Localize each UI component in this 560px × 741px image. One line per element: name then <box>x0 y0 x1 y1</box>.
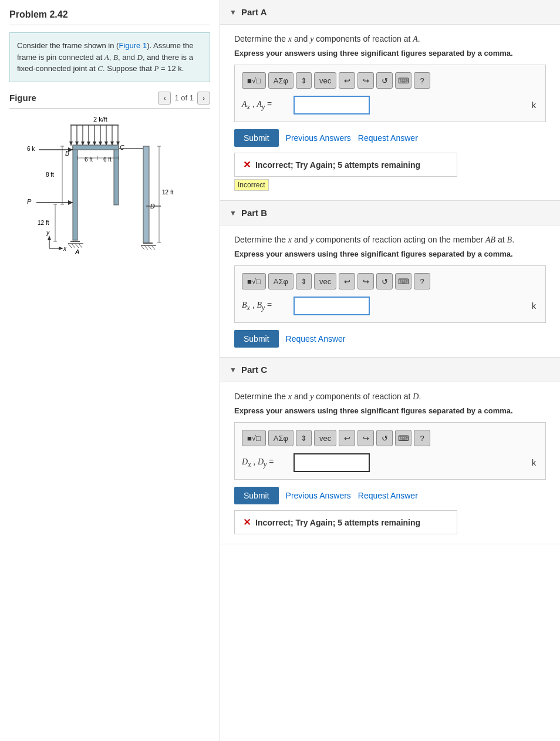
svg-text:12 ft: 12 ft <box>38 220 49 226</box>
part-b-help-button[interactable]: ? <box>414 273 430 289</box>
diagram-svg: 2 k/ft <box>9 113 197 272</box>
svg-rect-26 <box>143 146 149 243</box>
part-c-arrows-button[interactable]: ⇕ <box>296 430 312 446</box>
part-c-section: ▼ Part C Determine the x and y component… <box>220 358 560 544</box>
part-c-prev-answers-link[interactable]: Previous Answers <box>286 491 351 500</box>
part-c-radical-button[interactable]: ■√□ <box>242 430 266 446</box>
part-c-feedback-text: Incorrect; Try Again; 5 attempts remaini… <box>255 518 420 527</box>
part-a-prev-answers-link[interactable]: Previous Answers <box>286 133 351 143</box>
part-a-arrows-button[interactable]: ⇕ <box>296 72 312 89</box>
svg-line-30 <box>144 245 148 250</box>
part-a-collapse-icon: ▼ <box>230 8 237 16</box>
part-b-input-row: Bx , By = k <box>242 297 538 315</box>
part-a-keyboard-button[interactable]: ⌨ <box>395 72 411 89</box>
part-b-submit-button[interactable]: Submit <box>234 330 279 348</box>
part-c-undo-button[interactable]: ↩ <box>339 430 355 446</box>
part-c-action-row: Submit Previous Answers Request Answer <box>234 487 546 504</box>
part-c-submit-button[interactable]: Submit <box>234 487 279 504</box>
svg-text:12 ft: 12 ft <box>162 189 174 196</box>
part-c-keyboard-button[interactable]: ⌨ <box>395 430 411 446</box>
svg-text:A: A <box>75 248 79 255</box>
part-a-section: ▼ Part A Determine the x and y component… <box>220 0 560 201</box>
part-c-title: Part C <box>241 365 267 375</box>
part-c-request-answer-link[interactable]: Request Answer <box>358 491 418 500</box>
part-c-input[interactable] <box>294 453 370 472</box>
svg-line-36 <box>72 244 75 248</box>
part-b-arrows-button[interactable]: ⇕ <box>296 273 312 289</box>
figure-nav-text: 1 of 1 <box>174 93 194 102</box>
figure-link[interactable]: Figure 1 <box>119 41 147 50</box>
part-b-redo-button[interactable]: ↪ <box>357 273 374 289</box>
part-c-instruction: Express your answers using three signifi… <box>234 406 546 415</box>
part-b-title: Part B <box>241 208 267 218</box>
svg-line-32 <box>151 245 155 250</box>
part-c-vec-button[interactable]: vec <box>314 430 336 446</box>
svg-text:8 ft: 8 ft <box>46 171 54 178</box>
part-c-help-button[interactable]: ? <box>414 430 430 446</box>
part-a-redo-button[interactable]: ↪ <box>357 72 374 89</box>
part-a-incorrect-tooltip: Incorrect <box>234 179 269 191</box>
part-b-collapse-icon: ▼ <box>230 209 237 217</box>
part-a-input[interactable] <box>294 96 370 114</box>
svg-marker-65 <box>68 200 73 205</box>
figure-title: Figure <box>9 93 36 103</box>
part-a-input-row: Ax , Ay = k <box>242 96 538 114</box>
part-a-request-answer-link[interactable]: Request Answer <box>358 133 418 143</box>
part-a-action-row: Submit Previous Answers Request Answer <box>234 129 546 147</box>
figure-prev-button[interactable]: ‹ <box>158 92 171 105</box>
part-a-feedback-box: ✕ Incorrect; Try Again; 5 attempts remai… <box>234 153 457 177</box>
part-a-greek-button[interactable]: ΑΣφ <box>268 72 294 89</box>
part-b-input[interactable] <box>294 297 370 315</box>
part-a-undo-button[interactable]: ↩ <box>339 72 355 89</box>
part-c-greek-button[interactable]: ΑΣφ <box>268 430 294 446</box>
svg-text:y: y <box>46 230 50 236</box>
svg-text:6 ft: 6 ft <box>103 156 112 163</box>
part-a-answer-box: ■√□ ΑΣφ ⇕ vec ↩ ↪ ↺ ⌨ ? Ax , Ay = <box>234 65 546 122</box>
svg-marker-2 <box>69 142 73 146</box>
part-c-header[interactable]: ▼ Part C <box>220 358 560 382</box>
svg-rect-20 <box>73 146 77 240</box>
part-c-redo-button[interactable]: ↪ <box>357 430 374 446</box>
part-b-refresh-button[interactable]: ↺ <box>376 273 393 289</box>
part-b-instruction: Express your answers using three signifi… <box>234 250 546 258</box>
part-a-title: Part A <box>241 7 267 17</box>
svg-marker-62 <box>68 147 73 152</box>
svg-text:6 k: 6 k <box>27 146 35 152</box>
part-b-undo-button[interactable]: ↩ <box>339 273 355 289</box>
part-a-help-button[interactable]: ? <box>414 72 430 89</box>
part-c-refresh-button[interactable]: ↺ <box>376 430 393 446</box>
part-b-toolbar: ■√□ ΑΣφ ⇕ vec ↩ ↪ ↺ ⌨ ? <box>242 273 538 289</box>
svg-text:P: P <box>27 198 32 205</box>
part-c-content: Determine the x and y components of reac… <box>220 382 560 544</box>
part-b-vec-button[interactable]: vec <box>314 273 336 289</box>
part-b-keyboard-button[interactable]: ⌨ <box>395 273 411 289</box>
part-a-toolbar: ■√□ ΑΣφ ⇕ vec ↩ ↪ ↺ ⌨ ? <box>242 72 538 89</box>
part-a-content: Determine the x and y components of reac… <box>220 25 560 200</box>
part-b-content: Determine the x and y components of reac… <box>220 225 560 357</box>
part-a-header[interactable]: ▼ Part A <box>220 0 560 25</box>
figure-next-button[interactable]: › <box>197 92 210 105</box>
part-a-feedback-text: Incorrect; Try Again; 5 attempts remaini… <box>255 160 420 170</box>
part-b-section: ▼ Part B Determine the x and y component… <box>220 201 560 358</box>
svg-text:6 ft: 6 ft <box>85 156 93 163</box>
part-b-request-answer-link[interactable]: Request Answer <box>286 334 346 343</box>
svg-marker-70 <box>59 247 63 250</box>
part-c-input-row: Dx , Dy = k <box>242 453 538 472</box>
part-b-answer-box: ■√□ ΑΣφ ⇕ vec ↩ ↪ ↺ ⌨ ? Bx , By = <box>234 265 546 323</box>
figure-canvas: 2 k/ft <box>9 113 210 278</box>
part-a-vec-button[interactable]: vec <box>314 72 336 89</box>
part-b-question: Determine the x and y components of reac… <box>234 235 546 245</box>
part-b-greek-button[interactable]: ΑΣφ <box>268 273 294 289</box>
problem-description: Consider the frame shown in (Figure 1). … <box>9 32 210 82</box>
part-c-question: Determine the x and y components of reac… <box>234 392 546 402</box>
part-c-toolbar: ■√□ ΑΣφ ⇕ vec ↩ ↪ ↺ ⌨ ? <box>242 430 538 446</box>
part-a-radical-button[interactable]: ■√□ <box>242 72 266 89</box>
svg-line-29 <box>141 245 144 250</box>
part-a-submit-button[interactable]: Submit <box>234 129 279 147</box>
part-b-radical-button[interactable]: ■√□ <box>242 273 266 289</box>
part-b-header[interactable]: ▼ Part B <box>220 201 560 225</box>
problem-title: Problem 2.42 <box>9 9 210 25</box>
part-a-refresh-button[interactable]: ↺ <box>376 72 393 89</box>
svg-text:x: x <box>63 245 67 252</box>
part-b-input-label: Bx , By = <box>242 300 289 312</box>
